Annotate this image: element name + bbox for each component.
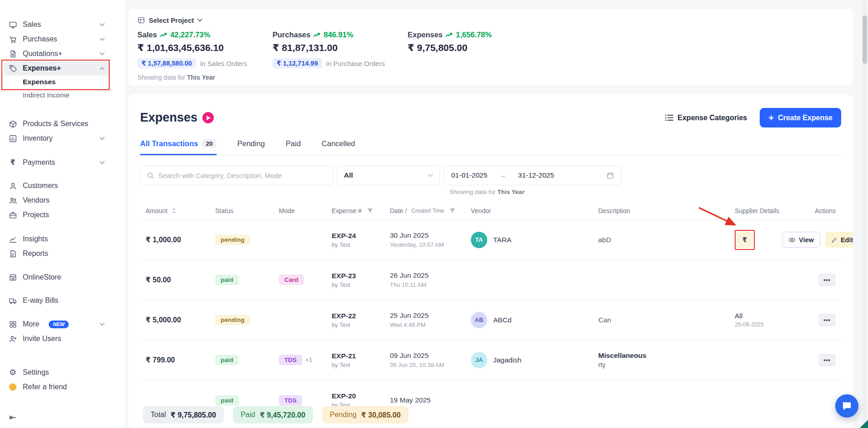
sidebar-subitem-expenses[interactable]: Expenses — [0, 76, 125, 88]
table-row[interactable]: ₹ 1,000.00 pending EXP-24 by Test 30 Jun… — [140, 220, 841, 260]
sidebar-item-label: Products & Services — [23, 120, 88, 128]
chat-bubble-icon — [842, 401, 852, 411]
vertical-scrollbar-thumb[interactable] — [863, 15, 867, 64]
tab-cancelled[interactable]: Cancelled — [322, 139, 355, 155]
sidebar-item-refer-a-friend[interactable]: Refer a friend — [4, 380, 109, 394]
arrow-right-icon: → — [499, 171, 506, 179]
date-cell: 30 Jun 2025 Yesterday, 10:57 AM — [390, 231, 471, 248]
header-date: Date / Created Time — [390, 207, 471, 214]
calendar-icon — [606, 172, 614, 179]
sidebar-item-quotations[interactable]: Quotations+ — [4, 46, 109, 61]
sidebar-item-label: More — [23, 320, 39, 328]
row-menu-button[interactable]: ••• — [818, 354, 836, 367]
status-badge: paid — [215, 355, 239, 365]
period-label: This Year — [187, 74, 215, 81]
table-row[interactable]: ₹ 50.00 paid Card EXP-23 by Test 26 Jun … — [140, 260, 841, 300]
sidebar-item-sales[interactable]: Sales — [4, 17, 109, 32]
amount-cell: ₹ 5,000.00 — [140, 316, 215, 324]
stat-sales: Sales 42,227.73% ₹ 1,01,63,45,636.10 ₹ 1… — [137, 31, 273, 68]
select-project-dropdown[interactable]: Select Project — [137, 16, 202, 24]
chat-launcher-button[interactable] — [835, 394, 858, 418]
chevron-down-icon — [100, 137, 105, 140]
supplier-details-cell: All 25-06-2025 — [735, 312, 782, 328]
new-badge: NEW — [49, 321, 69, 328]
sidebar-item-insights[interactable]: Insights — [4, 232, 109, 246]
view-button[interactable]: View — [782, 232, 820, 248]
chevron-down-icon — [428, 174, 433, 177]
date-cell: 09 Jun 2025 09 Jun 25, 10:38 AM — [390, 352, 471, 368]
search-input[interactable] — [158, 172, 327, 179]
tab-pending[interactable]: Pending — [237, 139, 265, 155]
sidebar-item-vendors[interactable]: Vendors — [4, 193, 109, 208]
stat-label: Purchases — [273, 31, 310, 39]
sidebar-item-expenses[interactable]: Expenses+ — [4, 61, 109, 76]
sidebar-spacer — [0, 285, 125, 293]
sidebar-item-customers[interactable]: Customers — [4, 178, 109, 193]
chevron-down-icon — [197, 19, 202, 22]
person-plus-icon — [8, 334, 17, 343]
create-expense-button[interactable]: + Create Expense — [760, 108, 841, 127]
header-status: Status — [215, 207, 279, 214]
mode-badge: TDS — [279, 395, 302, 406]
sidebar-item-settings[interactable]: ⚙ Settings — [4, 365, 109, 380]
sidebar-subitem-indirect-income[interactable]: Indirect Income — [0, 88, 125, 101]
table-row[interactable]: ₹ 799.00 paid TDS +1 EXP-21 by Test 09 J… — [140, 340, 841, 380]
sidebar-item-products-services[interactable]: Products & Services — [4, 117, 109, 131]
vertical-scrollbar[interactable] — [863, 0, 867, 428]
stat-expenses: Expenses 1,656.78% ₹ 9,75,805.00 — [408, 31, 543, 68]
table-row[interactable]: ₹ 5,000.00 pending EXP-22 by Test 25 Jun… — [140, 300, 841, 340]
date-range-picker[interactable]: 01-01-2025 → 31-12-2025 — [444, 165, 621, 185]
annotation-red-box-rupee: ₹ — [735, 230, 755, 250]
sidebar-item-reports[interactable]: Reports — [4, 246, 109, 261]
handshake-icon — [8, 382, 17, 392]
transactions-count-badge: 20 — [202, 139, 216, 148]
header-expense-number: Expense # — [332, 207, 390, 214]
actions-cell: ••• — [782, 354, 841, 367]
tab-all-transactions[interactable]: All Transactions 20 — [140, 139, 217, 155]
row-menu-button[interactable]: ••• — [818, 314, 836, 326]
header-amount[interactable]: Amount — [140, 207, 215, 214]
sidebar-item-purchases[interactable]: Purchases — [4, 32, 109, 46]
box-icon — [8, 119, 17, 128]
status-cell: paid — [215, 395, 279, 406]
sidebar-item-more[interactable]: More NEW — [4, 317, 109, 331]
trend-chart-icon — [8, 234, 17, 244]
edit-button[interactable]: Edit — [825, 232, 853, 248]
expense-categories-button[interactable]: Expense Categories — [665, 114, 747, 122]
header-description: Description — [598, 207, 735, 214]
actions-cell: ••• — [782, 314, 841, 326]
sidebar-item-payments[interactable]: ₹ Payments — [4, 155, 109, 170]
date-from: 01-01-2025 — [451, 171, 487, 179]
sidebar-spacer — [0, 170, 125, 178]
stat-sub-amount-badge: ₹ 1,12,714.99 — [273, 58, 322, 68]
sort-icon[interactable] — [172, 208, 176, 214]
mode-cell: TDS +1 — [279, 355, 332, 365]
tab-paid[interactable]: Paid — [286, 139, 301, 155]
sidebar-collapse-button[interactable]: ⇤ — [9, 412, 16, 423]
actions-cell: ••• — [782, 274, 841, 286]
play-video-button[interactable] — [202, 112, 214, 123]
supplier-rupee-button[interactable]: ₹ — [737, 232, 753, 248]
transactions-tabs: All Transactions 20 Pending Paid Cancell… — [140, 139, 841, 155]
sidebar-item-onlinestore[interactable]: OnlineStore — [4, 270, 109, 285]
sidebar-item-invite-users[interactable]: Invite Users — [4, 331, 109, 346]
expense-number-cell: EXP-23 by Test — [332, 272, 390, 288]
row-menu-button[interactable]: ••• — [818, 274, 836, 286]
filters-row: All 01-01-2025 → 31-12-2025 — [140, 165, 841, 185]
pencil-icon — [831, 237, 838, 243]
summary-bar: Total₹ 9,75,805.00 Paid₹ 9,45,720.00 Pen… — [143, 406, 409, 423]
category-select[interactable]: All — [337, 165, 440, 185]
sidebar-item-projects[interactable]: Projects — [4, 208, 109, 222]
sidebar-item-label: Sales — [23, 20, 41, 29]
filter-funnel-icon[interactable] — [367, 208, 373, 214]
sidebar-item-eway-bills[interactable]: E-way Bills — [4, 293, 109, 308]
truck-icon — [8, 296, 17, 305]
sidebar-item-inventory[interactable]: Inventory — [4, 131, 109, 146]
tag-icon — [8, 64, 17, 73]
date-cell: 19 May 2025 — [390, 396, 471, 404]
search-box — [140, 165, 333, 185]
people-icon — [8, 196, 17, 205]
sidebar-item-label: Invite Users — [23, 335, 61, 343]
filter-funnel-icon[interactable] — [449, 208, 455, 214]
stat-label: Expenses — [408, 31, 443, 39]
